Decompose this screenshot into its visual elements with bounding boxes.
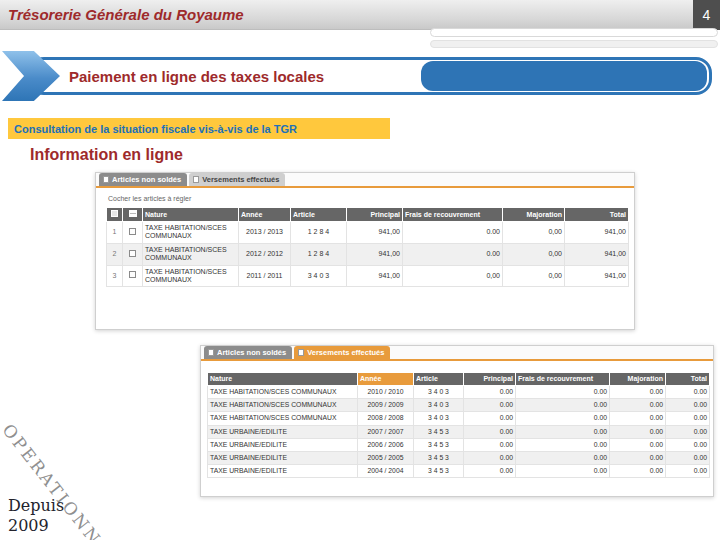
decorative-bar [430, 40, 718, 48]
cell-principal: 0.00 [464, 412, 516, 425]
screenshot-articles-non-soldes: Articles non soldés Versements effectués… [95, 172, 635, 330]
highlight-text: Consultation de la situation fiscale vis… [14, 123, 297, 135]
col-total: Total [565, 208, 629, 222]
footer-caption: Depuis 2009 [8, 496, 64, 536]
cell-total: 0.00 [666, 386, 710, 399]
col-majoration: Majoration [610, 373, 666, 386]
tab-versements-effectues[interactable]: Versements effectués [189, 173, 285, 186]
cell-article: 3 4 5 3 [414, 451, 464, 464]
tab-label: Articles non soldés [217, 348, 286, 357]
table-row: 1 TAXE HABITATION/SCES COMMUNAUX 2013 / … [107, 222, 629, 244]
table-row: 3 TAXE HABITATION/SCES COMMUNAUX 2011 / … [107, 265, 629, 287]
cell-principal: 0.00 [464, 451, 516, 464]
tab-bar: Articles non soldés Versements effectués [96, 173, 634, 188]
col-nature: Nature [208, 373, 358, 386]
cell-nature: TAXE URBAINE/EDILITE [208, 438, 358, 451]
table-row: TAXE URBAINE/EDILITE 2004 / 2004 3 4 5 3… [208, 464, 710, 477]
tab-label: Versements effectués [307, 348, 384, 357]
slide-number: 4 [693, 0, 720, 30]
row-number: 2 [107, 243, 123, 265]
cell-total: 0.00 [666, 464, 710, 477]
col-article: Article [414, 373, 464, 386]
cell-frais: 0.00 [516, 399, 610, 412]
cell-total: 0.00 [666, 451, 710, 464]
cell-principal: 941,00 [347, 222, 403, 244]
grid-icon [129, 210, 137, 217]
cell-frais: 0.00 [516, 412, 610, 425]
checkbox-cell [123, 265, 143, 287]
col-frais: Frais de recouvrement [403, 208, 503, 222]
cell-nature: TAXE HABITATION/SCES COMMUNAUX [143, 222, 239, 244]
cell-annee: 2008 / 2008 [358, 412, 414, 425]
cell-annee: 2007 / 2007 [358, 425, 414, 438]
cell-principal: 941,00 [347, 265, 403, 287]
col-principal: Principal [347, 208, 403, 222]
cell-majoration: 0.00 [610, 386, 666, 399]
select-all-header[interactable] [107, 208, 123, 222]
decorative-bar [430, 28, 718, 37]
cell-article: 1 2 8 4 [291, 243, 347, 265]
slide: Trésorerie Générale du Royaume 4 Paiemen… [0, 0, 720, 540]
page-title: Trésorerie Générale du Royaume [8, 6, 244, 23]
cell-principal: 0.00 [464, 438, 516, 451]
banner-accent [421, 61, 707, 91]
checkbox[interactable] [129, 271, 136, 278]
cell-annee: 2004 / 2004 [358, 464, 414, 477]
cell-annee: 2011 / 2011 [239, 265, 291, 287]
cell-majoration: 0,00 [503, 222, 565, 244]
col-annee[interactable]: Année [358, 373, 414, 386]
tab-articles-non-soldes[interactable]: Articles non soldés [99, 173, 187, 186]
cell-total: 941,00 [565, 222, 629, 244]
versements-table: Nature Année Article Principal Frais de … [207, 372, 710, 478]
table-row: TAXE URBAINE/EDILITE 2007 / 2007 3 4 5 3… [208, 425, 710, 438]
footer-caption-line2: 2009 [8, 516, 64, 536]
cell-total: 0.00 [666, 399, 710, 412]
cell-majoration: 0.00 [610, 451, 666, 464]
table-row: 2 TAXE HABITATION/SCES COMMUNAUX 2012 / … [107, 243, 629, 265]
cell-nature: TAXE HABITATION/SCES COMMUNAUX [143, 265, 239, 287]
cell-frais: 0.00 [516, 386, 610, 399]
table-row: TAXE HABITATION/SCES COMMUNAUX 2010 / 20… [208, 386, 710, 399]
tab-versements-effectues[interactable]: Versements effectués [294, 346, 390, 359]
cell-annee: 2009 / 2009 [358, 399, 414, 412]
col-annee: Année [239, 208, 291, 222]
checkbox[interactable] [129, 228, 136, 235]
cell-majoration: 0.00 [610, 425, 666, 438]
cell-nature: TAXE URBAINE/EDILITE [208, 464, 358, 477]
cell-majoration: 0,00 [503, 265, 565, 287]
cell-frais: 0.00 [403, 243, 503, 265]
cell-frais: 0,00 [403, 265, 503, 287]
tab-articles-non-soldes[interactable]: Articles non soldés [204, 346, 292, 359]
screenshot-body: Nature Année Article Principal Frais de … [207, 372, 707, 478]
cell-article: 3 4 5 3 [414, 425, 464, 438]
cell-total: 0.00 [666, 412, 710, 425]
cell-principal: 0.00 [464, 399, 516, 412]
document-icon [193, 176, 199, 183]
cell-article: 3 4 0 3 [414, 399, 464, 412]
cell-majoration: 0,00 [503, 243, 565, 265]
cell-article: 3 4 5 3 [414, 438, 464, 451]
document-icon [208, 349, 214, 356]
cell-article: 3 4 0 3 [414, 412, 464, 425]
cell-majoration: 0.00 [610, 399, 666, 412]
tab-bar: Articles non soldés Versements effectués [201, 346, 713, 361]
cell-total: 0.00 [666, 425, 710, 438]
col-nature: Nature [143, 208, 239, 222]
screenshot-versements-effectues: Articles non soldés Versements effectués… [200, 345, 714, 497]
section-title: Information en ligne [30, 146, 183, 164]
col-total: Total [666, 373, 710, 386]
checkbox-cell [123, 222, 143, 244]
cell-frais: 0.00 [516, 438, 610, 451]
instruction-text: Cocher les articles à régler [108, 195, 626, 202]
highlight-bar: Consultation de la situation fiscale vis… [8, 118, 390, 139]
cell-nature: TAXE URBAINE/EDILITE [208, 451, 358, 464]
table-row: TAXE HABITATION/SCES COMMUNAUX 2009 / 20… [208, 399, 710, 412]
cell-article: 3 4 0 3 [414, 386, 464, 399]
checkbox-cell [123, 243, 143, 265]
cell-article: 1 2 8 4 [291, 222, 347, 244]
cell-total: 941,00 [565, 265, 629, 287]
table-row: TAXE URBAINE/EDILITE 2006 / 2006 3 4 5 3… [208, 438, 710, 451]
slide-header: Trésorerie Générale du Royaume 4 [0, 0, 720, 30]
checkbox[interactable] [129, 250, 136, 257]
footer-caption-line1: Depuis [8, 496, 64, 516]
